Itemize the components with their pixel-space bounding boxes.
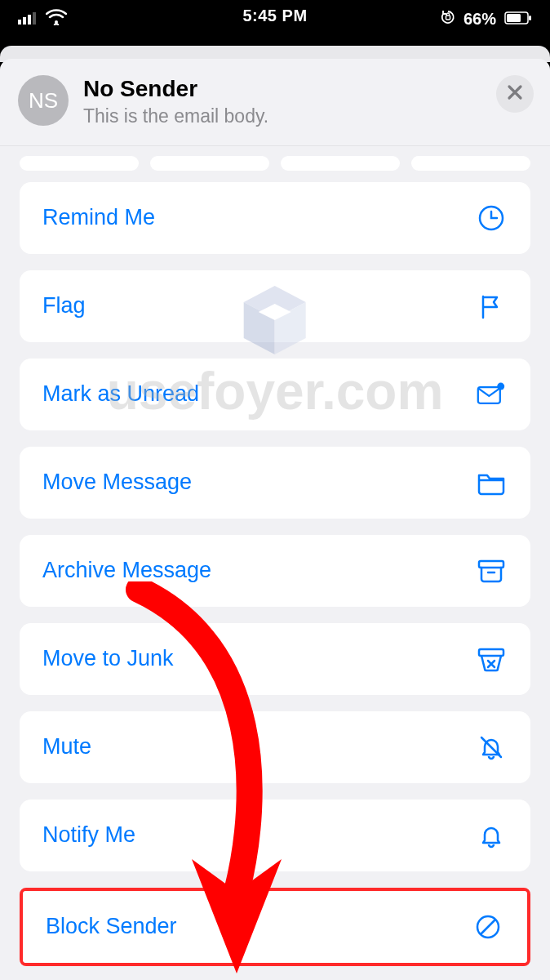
svg-rect-13 <box>479 649 503 656</box>
action-remind-me[interactable]: Remind Me <box>20 182 530 254</box>
svg-rect-2 <box>28 15 31 24</box>
action-move-junk[interactable]: Move to Junk <box>20 623 530 695</box>
close-icon <box>506 83 524 105</box>
bell-slash-icon <box>475 731 508 764</box>
battery-icon <box>504 10 532 29</box>
orientation-lock-icon <box>441 10 455 29</box>
envelope-dot-icon <box>475 378 508 411</box>
action-archive-message[interactable]: Archive Message <box>20 535 530 607</box>
action-label: Remind Me <box>42 205 155 230</box>
action-sheet: NS No Sender This is the email body. Rem… <box>0 59 550 980</box>
action-label: Flag <box>42 293 86 318</box>
action-mute[interactable]: Mute <box>20 711 530 783</box>
cellular-icon <box>18 10 38 29</box>
junk-icon <box>475 643 508 675</box>
svg-rect-3 <box>33 12 36 24</box>
bell-icon <box>475 819 508 852</box>
svg-rect-7 <box>507 14 521 22</box>
block-icon <box>472 911 504 943</box>
svg-point-11 <box>497 382 504 390</box>
svg-rect-12 <box>479 561 503 568</box>
row-peek <box>20 156 530 171</box>
battery-percent: 66% <box>464 10 496 29</box>
action-label: Block Sender <box>46 914 177 939</box>
action-label: Archive Message <box>42 558 211 583</box>
email-preview: This is the email body. <box>83 105 490 127</box>
action-label: Mark as Unread <box>42 381 199 407</box>
action-mark-unread[interactable]: Mark as Unread <box>20 359 530 430</box>
archive-icon <box>475 555 508 587</box>
annotation-highlight-box: Block Sender <box>20 888 530 966</box>
action-list: Remind Me Flag Mark as Unread <box>0 146 550 966</box>
sender-avatar: NS <box>18 75 69 126</box>
clock-icon <box>475 202 508 234</box>
close-button[interactable] <box>496 75 534 113</box>
svg-rect-8 <box>529 16 531 20</box>
status-time: 5:45 PM <box>242 7 307 25</box>
svg-rect-5 <box>446 16 450 20</box>
status-bar: 5:45 PM 66% <box>0 0 550 34</box>
action-label: Mute <box>42 734 91 760</box>
wifi-icon <box>46 9 67 29</box>
action-notify-me[interactable]: Notify Me <box>20 800 530 871</box>
action-move-message[interactable]: Move Message <box>20 447 530 519</box>
action-label: Notify Me <box>42 822 135 848</box>
action-label: Move Message <box>42 470 192 495</box>
flag-icon <box>475 290 508 323</box>
svg-rect-0 <box>18 20 21 24</box>
sheet-header: NS No Sender This is the email body. <box>0 59 550 146</box>
folder-icon <box>475 466 508 499</box>
action-label: Move to Junk <box>42 646 174 671</box>
action-flag[interactable]: Flag <box>20 270 530 342</box>
device-frame: 5:45 PM 66% NS No Sender This is the ema… <box>0 0 550 980</box>
svg-rect-1 <box>23 17 26 24</box>
svg-point-4 <box>55 20 58 24</box>
action-block-sender[interactable]: Block Sender <box>23 891 527 963</box>
sender-name: No Sender <box>83 77 490 102</box>
